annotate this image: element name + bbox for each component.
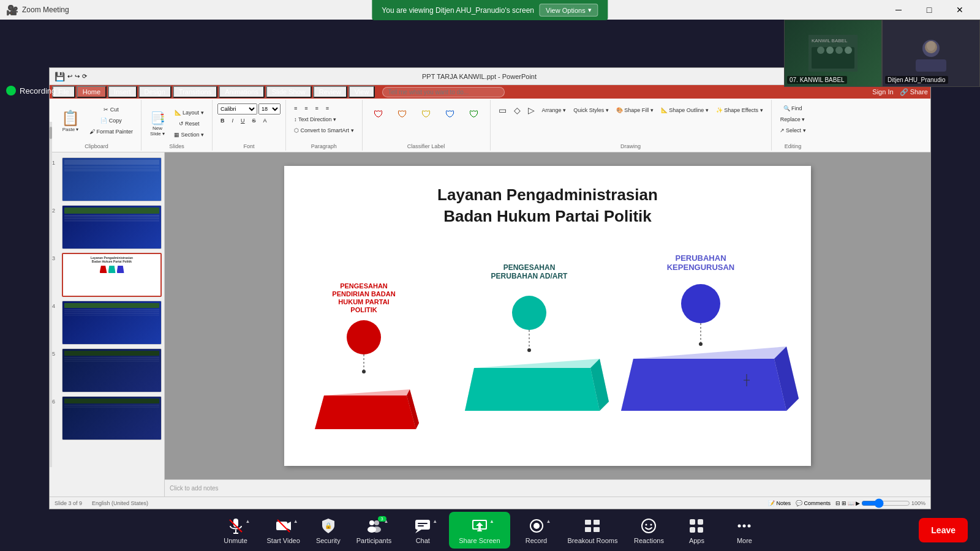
slide-thumb-3[interactable]: 3 Layanan PengadministrasianBadan Hukum … [52, 253, 162, 297]
replace-btn[interactable]: Replace ▾ [777, 114, 809, 124]
start-video-button[interactable]: ▲ Start Video [262, 512, 305, 549]
ppt-share[interactable]: 🔗 Share [900, 88, 928, 96]
classifier-public-btn[interactable]: 🛡 [463, 103, 485, 126]
select-btn[interactable]: ↗ Select ▾ [777, 126, 809, 135]
slide-thumb-5[interactable]: 5 [52, 348, 162, 392]
slide-thumb-2[interactable]: 2 [52, 205, 162, 249]
slide-panel[interactable]: 1 2 [50, 152, 165, 497]
view-options-button[interactable]: View Options ▾ [539, 4, 598, 17]
ribbon-cut-btn[interactable]: ✂ Cut [86, 105, 136, 114]
breakout-rooms-button[interactable]: Breakout Rooms [563, 512, 623, 549]
notes-bar[interactable]: Click to add notes [165, 479, 930, 497]
font-size-select[interactable]: 18 [258, 103, 281, 114]
quick-styles-btn[interactable]: Quick Styles ▾ [570, 103, 612, 117]
align-right-btn[interactable]: ≡ [312, 103, 322, 113]
ribbon-section-btn[interactable]: ▦ Section ▾ [171, 130, 207, 140]
shape-btn2[interactable]: ◇ [511, 103, 524, 117]
view-slideshow-btn[interactable]: ▶ [856, 500, 860, 506]
ribbon-new-slide-btn[interactable]: 📑 NewSlide ▾ [146, 113, 168, 135]
search-input[interactable] [382, 87, 505, 97]
security-icon: 🔒 [316, 516, 341, 536]
menu-animations[interactable]: Animations [219, 86, 264, 98]
classifier-confidential-btn[interactable]: 🛡 [415, 103, 437, 126]
video-thumb-ditjen[interactable]: Ditjen AHU_Pranudio [882, 20, 980, 87]
zoom-slider[interactable] [861, 498, 910, 508]
underline-btn[interactable]: U [238, 116, 248, 126]
ribbon-drawing: ▭ ◇ ▷ Arrange ▾ Quick Styles ▾ 🎨 Shape F… [491, 100, 772, 151]
breakout-rooms-icon [580, 516, 605, 536]
slide-1-thumbnail[interactable] [62, 157, 162, 201]
menu-home[interactable]: Home [77, 86, 107, 98]
slide-3-thumbnail[interactable]: Layanan PengadministrasianBadan Hukum Pa… [62, 253, 162, 297]
ribbon-layout-btn[interactable]: 📐 Layout ▾ [171, 108, 207, 118]
record-button[interactable]: ▲ Record [515, 512, 558, 549]
notes-placeholder[interactable]: Click to add notes [170, 485, 219, 492]
view-reading-btn[interactable]: 📖 [848, 500, 854, 506]
menu-insert[interactable]: Insert [108, 86, 137, 98]
apps-button[interactable]: Apps [675, 512, 718, 549]
menu-design[interactable]: Design [138, 86, 172, 98]
font-color-btn[interactable]: A [260, 116, 270, 126]
video-thumb-kanwil[interactable]: KANWIL BABEL 07. KANWIL BABEL [784, 20, 882, 87]
classifier-top-secret-btn[interactable]: 🛡 [368, 103, 390, 126]
maximize-button[interactable]: □ [915, 0, 943, 20]
bold-btn[interactable]: B [217, 116, 228, 126]
shape-btn3[interactable]: ▷ [525, 103, 538, 117]
reactions-button[interactable]: Reactions [627, 512, 670, 549]
slide-canvas[interactable]: Layanan Pengadministrasian Badan Hukum P… [284, 166, 811, 466]
ribbon-reset-btn[interactable]: ↺ Reset [171, 119, 207, 129]
svg-rect-64 [594, 520, 600, 525]
shape-btn[interactable]: ▭ [496, 103, 510, 117]
view-slide-sorter-btn[interactable]: ⊞ [842, 500, 846, 506]
classifier-restricted-btn[interactable]: 🛡 [439, 103, 461, 126]
menu-review[interactable]: Review [313, 86, 347, 98]
ribbon-paste-btn[interactable]: 📋 Paste ▾ [57, 103, 84, 138]
shape-effects-btn[interactable]: ✨ Shape Effects ▾ [713, 103, 766, 117]
find-btn[interactable]: 🔍 Find [777, 103, 809, 113]
menu-view[interactable]: View [349, 86, 375, 98]
slide-4-thumbnail[interactable] [62, 301, 162, 345]
ppt-title-text: PPT TARJA KANWIL.ppt - PowerPoint [87, 73, 872, 80]
strikethrough-btn[interactable]: S [249, 116, 259, 126]
menu-slideshow[interactable]: Slide Show [266, 86, 312, 98]
reactions-label: Reactions [634, 537, 664, 544]
share-screen-button[interactable]: ▲ Share Screen [449, 512, 510, 549]
ppt-signin[interactable]: Sign In [872, 88, 893, 96]
font-family-select[interactable]: Calibri [217, 103, 257, 114]
security-button[interactable]: 🔒 Security [310, 512, 347, 549]
slide-container[interactable]: Layanan Pengadministrasian Badan Hukum P… [165, 152, 930, 479]
ribbon-copy-btn[interactable]: 📄 Copy [86, 116, 136, 126]
shape-outline-btn[interactable]: 📐 Shape Outline ▾ [658, 103, 712, 117]
close-button[interactable]: ✕ [946, 0, 974, 20]
comments-toggle[interactable]: 💬 Comments [796, 500, 831, 506]
align-center-btn[interactable]: ≡ [301, 103, 311, 113]
participants-button[interactable]: 3 ▲ Participants [352, 512, 396, 549]
align-left-btn[interactable]: ≡ [291, 103, 300, 113]
slide-thumb-6[interactable]: 6 [52, 396, 162, 440]
slide-5-thumbnail[interactable] [62, 348, 162, 392]
slide-thumb-1[interactable]: 1 [52, 157, 162, 201]
unmute-button[interactable]: ▲ Unmute [214, 512, 257, 549]
smartart-btn[interactable]: ⬡ Convert to SmartArt ▾ [291, 126, 357, 135]
record-label: Record [526, 537, 547, 544]
chat-button[interactable]: ▲ Chat [401, 512, 444, 549]
slide-thumb-4[interactable]: 4 [52, 301, 162, 345]
slide-info: Slide 3 of 9 [55, 500, 82, 506]
menu-transitions[interactable]: Transitions [173, 86, 217, 98]
shape-fill-btn[interactable]: 🎨 Shape Fill ▾ [613, 103, 657, 117]
justify-btn[interactable]: ≡ [323, 103, 332, 113]
ribbon-clipboard: 📋 Paste ▾ ✂ Cut 📄 Copy 🖌 Format Painter … [52, 100, 141, 151]
leave-button[interactable]: Leave [919, 518, 968, 542]
italic-btn[interactable]: I [229, 116, 237, 126]
classifier-secret-btn[interactable]: 🛡 [391, 103, 413, 126]
svg-rect-70 [690, 519, 695, 525]
minimize-button[interactable]: ─ [884, 0, 913, 20]
slide-6-thumbnail[interactable] [62, 396, 162, 440]
view-normal-btn[interactable]: ⊟ [835, 500, 840, 506]
slide-2-thumbnail[interactable] [62, 205, 162, 249]
ribbon-format-painter-btn[interactable]: 🖌 Format Painter [86, 127, 136, 137]
notes-toggle[interactable]: 📝 Notes [768, 500, 791, 506]
more-button[interactable]: More [723, 512, 766, 549]
text-direction-btn[interactable]: ↕ Text Direction ▾ [291, 114, 339, 124]
arrange-btn[interactable]: Arrange ▾ [539, 103, 570, 117]
